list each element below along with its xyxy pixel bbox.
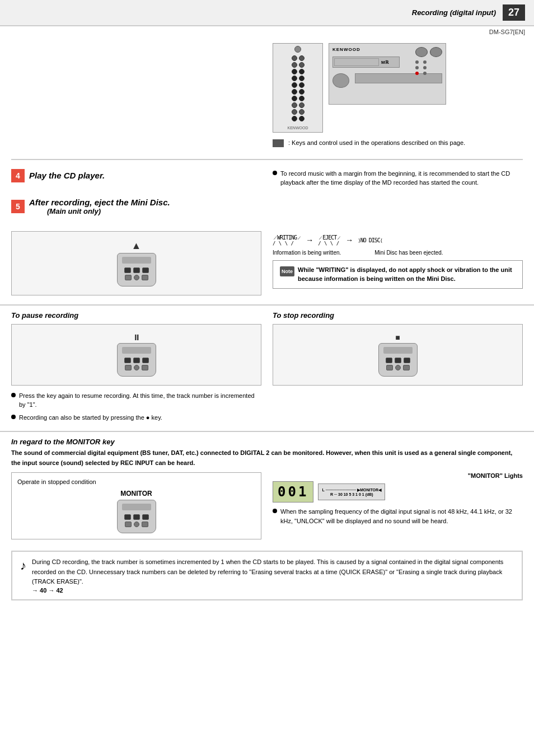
ejected-desc: Mini Disc has been ejected.: [374, 250, 443, 256]
note-icon: Note: [280, 266, 294, 276]
monitor-remote-container: [17, 500, 255, 533]
page-number: 27: [503, 4, 525, 21]
pause-title: To pause recording: [11, 311, 261, 320]
remote-btn-3: [142, 267, 149, 273]
eject-sequence: ⟋WRITING⟋ / \ \ / → ⟋EJECT⟋ / \ \ / → ⟩N…: [273, 234, 523, 246]
pause-bullet-text-1: Press the key again to resume recording.…: [19, 391, 261, 410]
section-divider-1: [11, 159, 523, 160]
step4-left: 4 Play the CD player.: [11, 169, 261, 191]
stop-remote-btn-4: [386, 365, 393, 370]
pause-remote-btn-3: [142, 358, 149, 363]
writing-desc: Information is being written.: [273, 250, 341, 256]
monitor-section: In regard to the MONITOR key The sound o…: [0, 432, 534, 545]
step4-bullet: To record music with a margin from the b…: [273, 169, 523, 187]
pause-remote-btn-6: [142, 365, 148, 370]
stop-remote-screen: [383, 347, 413, 354]
device-container: KENWOOD KENWOOD Mℝ: [273, 43, 446, 133]
writing-note-box: Note While "WRITING" is displayed, do no…: [273, 260, 523, 289]
monitor-device-box: Operate in stopped condition MONITOR: [11, 472, 261, 539]
step5-header: 5 After recording, eject the Mini Disc. …: [11, 198, 523, 215]
monitor-desc: The sound of commercial digital equipmen…: [11, 448, 523, 468]
monitor-btn-3: [142, 514, 149, 520]
eject-arrow-icon: ▲: [132, 240, 142, 252]
step5-number: 5: [11, 200, 25, 213]
monitor-btn-5: [134, 522, 139, 527]
stop-title: To stop recording: [273, 311, 523, 320]
step4-bullet-text: To record music with a margin from the b…: [280, 169, 523, 187]
arrow2-icon: →: [345, 236, 353, 245]
monitor-btn-6: [142, 522, 148, 527]
stop-remote-body: [378, 343, 418, 377]
step4-section: 4 Play the CD player. To record music wi…: [0, 166, 534, 194]
page-ref-symbol: →: [32, 587, 38, 594]
step5-title: After recording, eject the Mini Disc.: [29, 198, 170, 207]
stop-symbol-icon: ■: [395, 333, 400, 342]
eject-descriptions: Information is being written. Mini Disc …: [273, 250, 523, 256]
bottom-note: ♪ During CD recording, the track number …: [11, 551, 523, 600]
step4-right: To record music with a margin from the b…: [273, 169, 523, 191]
pause-bullet-dot-2-icon: [11, 415, 16, 419]
monitor-bullet: When the sampling frequency of the digit…: [273, 507, 523, 525]
highlight-box-indicator: [273, 139, 284, 147]
monitor-right-col: "MONITOR" Lights 001 L ─────────── ▶MONI…: [273, 472, 523, 539]
unit-display: Mℝ: [332, 57, 400, 68]
monitor-btn-2: [133, 514, 140, 520]
monitor-content: Operate in stopped condition MONITOR: [11, 472, 523, 539]
monitor-btn-4: [125, 522, 132, 527]
lcd-display: 001: [273, 481, 313, 503]
remote-btn-2: [133, 267, 140, 273]
pause-stop-section: To pause recording ⏸ Press the key again: [0, 304, 534, 433]
step4-title: Play the CD player.: [29, 171, 105, 180]
pause-device-box: ⏸: [11, 324, 261, 386]
pause-bullet-1: Press the key again to resume recording.…: [11, 391, 261, 410]
pause-remote-btn-2: [133, 358, 140, 363]
remote-btn-1: [124, 267, 131, 273]
step4-header: 4 Play the CD player.: [11, 169, 261, 182]
monitor-remote-screen: [122, 504, 151, 510]
pause-column: To pause recording ⏸ Press the key again: [11, 311, 261, 426]
page-ref-arrow2: →: [48, 587, 54, 594]
pause-remote-btn-5: [134, 365, 139, 370]
monitor-btn-1: [124, 514, 131, 520]
page-title: Recording (digital input): [9, 8, 503, 17]
page-ref-40: 40: [40, 587, 46, 594]
stop-remote-btn-6: [403, 365, 410, 370]
page-references: → 40 → 42: [32, 587, 514, 594]
step4-number: 4: [11, 169, 25, 182]
remote-screen-top: [122, 257, 151, 264]
monitor-panel: L ─────────── ▶MONITOR◀ R ─ 30 10 5 3 1 …: [318, 483, 385, 500]
music-note-icon: ♪: [20, 558, 26, 573]
nodisc-text: NO DISC: [360, 237, 380, 243]
pause-remote-btn-4: [125, 365, 132, 370]
page-ref-42: 42: [56, 587, 63, 594]
monitor-condition-label: Operate in stopped condition: [17, 478, 96, 485]
unit-buttons: [415, 47, 442, 75]
monitor-left-col: Operate in stopped condition MONITOR: [11, 472, 261, 539]
stop-device-box: ■: [273, 324, 523, 386]
pause-bullet-dot-1-icon: [11, 393, 16, 397]
note-text: While "WRITING" is displayed, do not app…: [298, 265, 516, 284]
monitor-lights-text: "MONITOR" Lights: [468, 472, 523, 479]
monitor-display-row: 001 L ─────────── ▶MONITOR◀ R ─ 30 10 5 …: [273, 481, 523, 503]
stop-remote-btn-1: [386, 358, 392, 363]
monitor-remote-body: [117, 500, 156, 533]
stop-remote-btn-2: [395, 358, 401, 363]
writing-sequence: ⟋WRITING⟋ / \ \ /: [273, 234, 301, 246]
highlight-note-text: : Keys and control used in the operation…: [288, 138, 465, 148]
page-header: Recording (digital input) 27: [0, 0, 534, 26]
unit-brand-label: KENWOOD: [332, 47, 360, 52]
stop-column: To stop recording ■: [273, 311, 523, 426]
top-right-content: KENWOOD KENWOOD Mℝ: [273, 43, 523, 148]
remote-btn-6: [142, 275, 148, 280]
pause-bullet-2: Recording can also be started by pressin…: [11, 413, 261, 422]
step5-eject-device-box: ▲: [11, 231, 261, 295]
main-unit-image: KENWOOD Mℝ: [329, 43, 446, 105]
step5-right-col: ⟋WRITING⟋ / \ \ / → ⟋EJECT⟋ / \ \ / → ⟩N…: [273, 231, 523, 301]
writing-text: WRITING: [277, 234, 297, 241]
top-section: KENWOOD KENWOOD Mℝ: [0, 37, 534, 153]
bottom-note-text: During CD recording, the track number is…: [32, 557, 514, 587]
pause-bullet-text-2: Recording can also be started by pressin…: [19, 413, 162, 422]
step5-subtitle: (Main unit only): [29, 207, 170, 215]
stop-remote-btn-3: [404, 358, 410, 363]
monitor-lights-label: "MONITOR" Lights: [273, 472, 523, 479]
